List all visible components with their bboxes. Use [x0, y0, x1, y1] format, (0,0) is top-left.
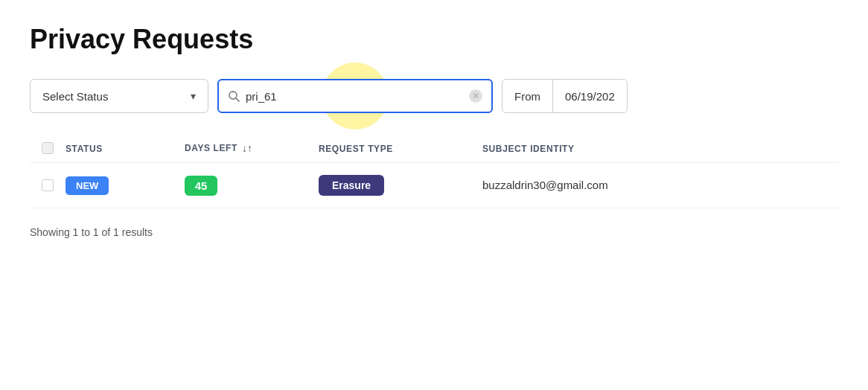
date-from-label: From [502, 80, 553, 112]
status-badge-new: NEW [66, 176, 109, 195]
svg-line-1 [236, 98, 239, 101]
chevron-down-icon: ▾ [191, 90, 196, 102]
table-row: NEW 45 Erasure buzzaldrin30@gmail.com [30, 163, 838, 208]
row-select-checkbox[interactable] [42, 179, 54, 191]
select-status-label: Select Status [42, 90, 108, 103]
sort-icon[interactable]: ↓↑ [242, 142, 252, 154]
date-from-value: 06/19/202 [553, 80, 627, 112]
results-summary: Showing 1 to 1 of 1 results [30, 226, 838, 238]
col-header-request-type: REQUEST TYPE [319, 141, 482, 155]
results-table: STATUS DAYS LEFT ↓↑ REQUEST TYPE SUBJECT… [30, 134, 838, 208]
search-icon [228, 90, 240, 102]
request-type-badge: Erasure [319, 175, 384, 196]
search-wrapper: ✕ [217, 79, 493, 113]
row-subject-identity-cell: buzzaldrin30@gmail.com [482, 179, 838, 192]
select-status-dropdown[interactable]: Select Status ▾ [30, 79, 208, 113]
row-request-type-cell: Erasure [319, 175, 482, 196]
date-filter[interactable]: From 06/19/202 [502, 79, 628, 113]
select-all-checkbox[interactable] [42, 142, 54, 154]
clear-search-icon[interactable]: ✕ [469, 89, 482, 103]
search-input-container: ✕ [217, 79, 493, 113]
subject-identity-text: buzzaldrin30@gmail.com [482, 179, 608, 191]
row-days-cell: 45 [185, 176, 319, 196]
col-header-status: STATUS [66, 141, 185, 155]
table-header: STATUS DAYS LEFT ↓↑ REQUEST TYPE SUBJECT… [30, 134, 838, 163]
row-status-cell: NEW [66, 176, 185, 195]
col-header-days-left: DAYS LEFT ↓↑ [185, 142, 319, 154]
filters-row: Select Status ▾ ✕ From 06/19/202 [30, 79, 838, 113]
search-input[interactable] [246, 90, 469, 103]
days-left-badge: 45 [185, 176, 217, 196]
row-checkbox-cell [30, 179, 66, 191]
col-header-subject-identity: SUBJECT IDENTITY [482, 141, 838, 155]
header-checkbox-cell [30, 142, 66, 154]
page-title: Privacy Requests [30, 24, 838, 55]
